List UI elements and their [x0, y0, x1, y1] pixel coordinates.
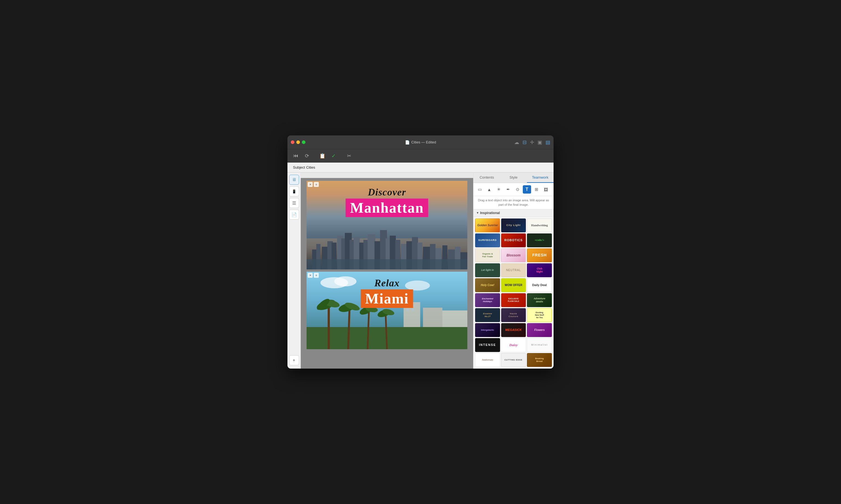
tab-contents[interactable]: Contents [474, 173, 500, 183]
style-club-night-label: ClubNight [535, 267, 544, 274]
ruler-mark: 600 [445, 178, 449, 178]
back-button[interactable]: ⏮ [291, 151, 301, 161]
ruler-mark: 700 [461, 178, 465, 178]
style-intergalactic-label: Intergalactic [480, 328, 495, 332]
tab-teamwork[interactable]: Teamwork [527, 173, 553, 183]
style-daisy[interactable]: Daisy [501, 338, 526, 352]
miami-city-name: Miami [365, 290, 409, 307]
forward-button[interactable]: ⟳ [302, 151, 312, 161]
style-robotics-label: Robotics [503, 238, 524, 242]
template-button[interactable]: 📄 [289, 210, 299, 220]
ruler-mark: 300 [399, 178, 403, 178]
section-arrow[interactable]: ▼ [476, 211, 479, 214]
page-manhattan[interactable]: ✕ ≡ [307, 181, 467, 269]
right-panel: Contents Style Teamwork ▭ ▲ ✳ ✒ ⊙ T ⊞ 🖼 … [473, 173, 553, 368]
style-minimalist[interactable]: Minimalist [527, 338, 552, 352]
maximize-button[interactable] [302, 140, 306, 144]
relax-text: Relax [361, 277, 413, 289]
style-holy-cow[interactable]: Holy Cow! [475, 278, 500, 292]
style-organic[interactable]: Organic &Fair Trade [475, 248, 500, 262]
style-holy-cow-label: Holy Cow! [480, 283, 495, 287]
layout-icon[interactable]: ⊟ [522, 139, 527, 145]
style-exciting[interactable]: ExcitingNew Stufffor You [527, 308, 552, 322]
style-fresh[interactable]: Fresh [527, 248, 552, 262]
manhattan-skyline-svg [307, 216, 467, 269]
ruler-mark: -100 [324, 178, 328, 178]
style-golden-sunrise[interactable]: Golden Sunrise [475, 218, 500, 232]
style-wow-offer[interactable]: WOW OFFER [501, 278, 526, 292]
style-minimalist-label: Minimalist [530, 343, 549, 347]
subject-value: Cities [306, 165, 315, 169]
desktop-view-button[interactable]: 🖥 [289, 175, 299, 185]
discover-text: Discover [346, 186, 428, 198]
page-menu-button[interactable]: ≡ [314, 182, 319, 187]
style-essence-label: EssenceNo.27 [482, 312, 493, 319]
panel-icon[interactable]: ▤ [546, 139, 550, 145]
ruler-mark: 0 [344, 178, 346, 178]
style-robotics[interactable]: Robotics [501, 233, 526, 247]
style-code[interactable]: <code/> [527, 233, 552, 247]
style-fresh-label: Fresh [531, 252, 548, 258]
add-page-button[interactable]: + [289, 355, 299, 365]
style-club-night[interactable]: ClubNight [527, 263, 552, 277]
style-adventure[interactable]: Adventureawaits [527, 293, 552, 307]
style-organic-label: Organic &Fair Trade [481, 252, 494, 258]
triangle-tool-button[interactable]: ▲ [485, 185, 493, 194]
sidebar-icon[interactable]: ▣ [537, 139, 542, 145]
style-intense[interactable]: Intense [475, 338, 500, 352]
style-surfboard[interactable]: SURFBOARD [475, 233, 500, 247]
manhattan-city-name: Manhattan [350, 200, 424, 216]
ruler-mark: -200 [307, 178, 312, 178]
action-group: 📋 ✓ [317, 151, 339, 161]
close-button[interactable] [291, 140, 294, 144]
style-essence[interactable]: EssenceNo.27 [475, 308, 500, 322]
minimize-button[interactable] [296, 140, 300, 144]
style-city-light[interactable]: City Light [501, 218, 526, 232]
layers-button[interactable]: 📋 [317, 151, 327, 161]
style-megasick[interactable]: MEGASICK [501, 323, 526, 337]
style-anniversary[interactable]: Anniversary [475, 353, 500, 367]
style-breaking-bread[interactable]: BeakingBread [527, 353, 552, 367]
style-golden-sunrise-label: Golden Sunrise [476, 223, 499, 228]
main-area: 🖥 📱 ☰ 📄 + -200 -100 0 100 200 300 400 50… [288, 173, 553, 368]
ruler: -200 -100 0 100 200 300 400 500 600 700 [301, 173, 473, 178]
style-flash-sale[interactable]: EXCLUSIVEFLASH SALE [501, 293, 526, 307]
cloud-icon[interactable]: ☁ [514, 139, 519, 145]
style-let-light[interactable]: Let light in [475, 263, 500, 277]
shape-tool-button[interactable]: ▭ [476, 185, 484, 194]
check-button[interactable]: ✓ [328, 151, 339, 161]
style-daisy-label: Daisy [508, 342, 519, 348]
edit-group: ✂ [344, 151, 354, 161]
style-flowers[interactable]: Flowers [527, 323, 552, 337]
style-cutting-edge[interactable]: CUTTING EDGE [501, 353, 526, 367]
pen-tool-button[interactable]: ✒ [504, 185, 512, 194]
style-enchanted[interactable]: EnchantedHolidays [475, 293, 500, 307]
style-anniversary-label: Anniversary [481, 358, 494, 362]
plus-icon[interactable]: ✛ [530, 139, 534, 145]
style-blossom-label: Blossom [505, 253, 522, 258]
style-megasick-label: MEGASICK [504, 328, 523, 332]
style-intense-label: Intense [478, 343, 497, 347]
miami-page-menu[interactable]: ≡ [314, 273, 319, 278]
style-haute[interactable]: HauteCouture [501, 308, 526, 322]
list-view-button[interactable]: ☰ [289, 198, 299, 208]
star-tool-button[interactable]: ✳ [495, 185, 503, 194]
style-intergalactic[interactable]: Intergalactic [475, 323, 500, 337]
style-blossom[interactable]: Blossom [501, 248, 526, 262]
text-tool-button[interactable]: T [523, 185, 531, 194]
style-daily-deal[interactable]: Daily Deal [527, 278, 552, 292]
miami-city-box: Miami [361, 289, 413, 308]
style-neutral[interactable]: NEUTRAL [501, 263, 526, 277]
miami-page-close[interactable]: ✕ [308, 273, 313, 278]
cut-button[interactable]: ✂ [344, 151, 354, 161]
circle-tool-button[interactable]: ⊙ [513, 185, 522, 194]
grid-tool-button[interactable]: ⊞ [532, 185, 540, 194]
canvas-area[interactable]: -200 -100 0 100 200 300 400 500 600 700 … [301, 173, 473, 368]
tab-style[interactable]: Style [500, 173, 527, 183]
page-miami[interactable]: ✕ ≡ [307, 272, 467, 349]
style-handwriting[interactable]: Handwriting [527, 218, 552, 232]
section-label: Inspirational [480, 211, 500, 215]
page-close-button[interactable]: ✕ [308, 182, 313, 187]
mobile-view-button[interactable]: 📱 [289, 186, 299, 196]
image-tool-button[interactable]: 🖼 [542, 185, 550, 194]
